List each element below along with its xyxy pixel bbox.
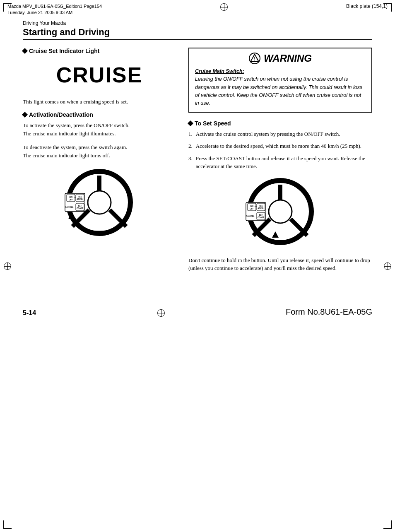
svg-text:COAST: COAST [258,217,264,219]
bottom-center-mark [157,309,165,317]
svg-text:!: ! [254,56,255,61]
section-header: Driving Your Mazda Starting and Driving [23,20,372,40]
section-subtitle: Driving Your Mazda [23,20,372,26]
corner-mark-tl [3,3,12,12]
set-speed-footer: Don't continue to hold in the button. Un… [188,256,372,272]
list-item: 1. Activate the cruise control system by… [188,130,372,138]
diamond-icon-3 [188,120,193,126]
set-speed-list: 1. Activate the cruise control system by… [188,130,372,171]
left-column: Cruise Set Indicator Light CRUISE This l… [23,48,176,278]
warning-icon: ! [249,53,260,64]
svg-text:RES: RES [259,205,263,207]
corner-mark-br [383,520,392,529]
list-item: 3. Press the SET/COAST button and releas… [188,154,372,171]
set-speed-heading: To Set Speed [188,120,372,127]
svg-text:SET: SET [259,214,263,216]
warning-heading: Cruise Main Switch: [195,68,244,74]
page-wrapper: Mazda MPV_8U61-EA-05G_Edition1 Page154 T… [0,0,395,532]
svg-text:•••: ••• [255,205,257,208]
two-column-layout: Cruise Set Indicator Light CRUISE This l… [23,48,372,278]
svg-text:OFF: OFF [250,207,254,210]
list-item: 2. Accelerate to the desired speed, whic… [188,142,372,150]
side-mark-right [382,262,393,270]
svg-point-21 [269,200,292,223]
file-info: Mazda MPV_8U61-EA-05G_Edition1 Page154 T… [7,3,102,16]
svg-rect-34 [257,212,265,220]
svg-text:RES: RES [78,196,82,198]
page-number: 5-14 [23,309,36,317]
svg-text:ACCEL: ACCEL [258,207,264,209]
warning-header: ! WARNING [195,53,366,64]
steering-diagram-1: ON OFF RES ACCEL ••• CANCEL SET COAST [23,165,176,238]
diamond-icon [22,48,28,54]
svg-rect-14 [76,203,84,211]
svg-text:•••: ••• [74,196,76,199]
steering-diagram-2: ON OFF RES ACCEL ••• CANCEL SET COAST [188,176,372,249]
bottom-bar: 5-14 Form No.8U61-EA-05G [0,303,395,321]
cruise-label: CRUISE [23,63,176,87]
activation-heading: Activation/Deactivation [23,111,176,118]
warning-box: ! WARNING Cruise Main Switch: Leaving th… [188,48,372,113]
plate-info: Black plate (154,1) [346,3,388,9]
top-marks: Mazda MPV_8U61-EA-05G_Edition1 Page154 T… [0,0,395,16]
svg-rect-29 [257,203,265,211]
side-mark-left [2,262,13,270]
deactivation-text: To deactivate the system, press the swit… [23,143,176,159]
right-column: ! WARNING Cruise Main Switch: Leaving th… [188,48,372,278]
corner-mark-bl [3,520,12,529]
warning-title: WARNING [264,53,312,64]
svg-text:CANCEL: CANCEL [65,206,74,208]
form-number: Form No.8U61-EA-05G [286,307,372,317]
warning-text: Cruise Main Switch: Leaving the ON/OFF s… [195,67,366,108]
activation-text: To activate the system, press the ON/OFF… [23,121,176,137]
cruise-indicator-heading: Cruise Set Indicator Light [23,48,176,54]
svg-text:CANCEL: CANCEL [246,215,255,217]
svg-text:SET: SET [78,205,82,207]
svg-marker-37 [272,231,279,238]
svg-rect-9 [76,194,84,202]
top-center-mark [220,3,228,11]
corner-mark-tr [383,3,392,12]
content-area: Driving Your Mazda Starting and Driving … [0,16,395,291]
svg-text:OFF: OFF [69,198,73,201]
diamond-icon-2 [22,112,28,118]
svg-text:ACCEL: ACCEL [77,198,83,200]
svg-point-1 [88,191,111,214]
svg-text:COAST: COAST [77,207,83,209]
section-title: Starting and Driving [23,27,372,38]
cruise-body-text-1: This light comes on when a cruising spee… [23,98,176,106]
